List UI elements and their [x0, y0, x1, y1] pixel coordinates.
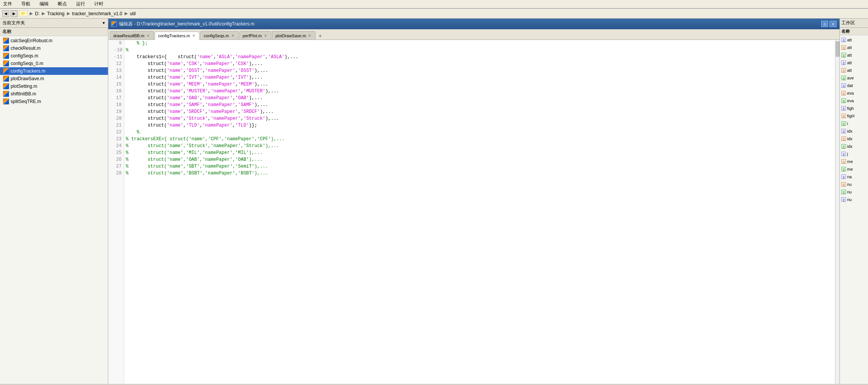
right-sidebar-item[interactable]: ()figh [840, 105, 868, 112]
code-token-normal: { [164, 54, 167, 60]
line-numbers: 9−10−11121314151617181920212223242526272… [108, 40, 124, 384]
nav-forward-button[interactable]: ▶ [11, 10, 17, 17]
right-sidebar-item[interactable]: {}att [840, 44, 868, 51]
code-token-normal: , [241, 115, 243, 122]
fold-indicator[interactable]: − [114, 47, 116, 54]
right-item-label: att [847, 60, 852, 65]
right-item-icon: {} [841, 91, 846, 95]
right-sidebar-item[interactable]: {}idx [840, 135, 868, 143]
breadcrumb-d[interactable]: D: [35, 11, 40, 16]
right-item-label: na [847, 174, 852, 179]
tab-close-icon[interactable]: ✕ [146, 33, 150, 38]
code-token-string: 'name' [167, 81, 183, 88]
code-token-normal: struct( [148, 88, 167, 95]
right-sidebar-item[interactable]: ()dat [840, 82, 868, 89]
tab-configseqs[interactable]: configSeqs.m ✕ [200, 31, 239, 40]
editor-close-button[interactable]: ✕ [830, 21, 836, 27]
sidebar-collapse-icon[interactable]: ▼ [102, 21, 106, 25]
right-sidebar-item[interactable]: ()att [840, 59, 868, 67]
tab-perfplot[interactable]: perfPlot.m ✕ [239, 31, 271, 40]
right-sidebar-item[interactable]: []me [840, 165, 868, 173]
right-sidebar-item[interactable]: {}me [840, 158, 868, 165]
code-token-string: 'CSK' [235, 60, 249, 67]
right-item-label: me [847, 167, 853, 171]
file-item[interactable]: calcSeqErrRobust.m [0, 37, 108, 44]
fold-indicator[interactable]: − [114, 54, 116, 60]
code-token-string: 'namePaper' [203, 74, 233, 81]
code-token-normal: ),... [249, 74, 263, 81]
code-token-normal: struct( [148, 122, 167, 129]
code-token-normal: , [265, 54, 268, 60]
file-name: shiftInitBB.m [11, 91, 36, 97]
right-sidebar-item[interactable]: []ave [840, 74, 868, 82]
right-sidebar-item[interactable]: ()j [840, 150, 868, 158]
menu-timing[interactable]: 计时 [93, 1, 105, 7]
code-token-comment: % struct('name','SBT','namePaper','SemiT… [126, 163, 268, 170]
right-sidebar-item[interactable]: {}eva [840, 89, 868, 97]
file-item[interactable]: configSeqs.m [0, 52, 108, 60]
tab-close-icon[interactable]: ✕ [231, 33, 235, 38]
code-content[interactable]: % };% trackers1={ struct('name','ASLA','… [124, 40, 835, 384]
code-token-string: 'namePaper' [203, 60, 233, 67]
line-number: 9 [110, 40, 122, 47]
right-item-label: att [847, 53, 852, 57]
code-token-normal: , [208, 88, 211, 95]
menu-edit[interactable]: 编辑 [38, 1, 50, 7]
code-token-normal: , [183, 108, 186, 115]
right-sidebar-item[interactable]: ()nu [840, 196, 868, 203]
code-token-string: 'name' [167, 88, 183, 95]
code-token-normal: ),... [249, 60, 263, 67]
right-sidebar: 工作区 名称 ()att{}att[]att()att{}att[]ave()d… [839, 19, 868, 384]
file-item[interactable]: plotDrawSave.m [0, 75, 108, 82]
tab-drawresultbb[interactable]: drawResultBB.m ✕ [110, 31, 154, 40]
tab-add-button[interactable]: + [316, 32, 324, 40]
code-token-normal: , [200, 60, 202, 67]
tab-close-icon[interactable]: ✕ [307, 33, 312, 38]
breadcrumb-tracking[interactable]: Tracking [47, 11, 65, 16]
code-token-string: 'MEEM' [238, 81, 254, 88]
code-line: struct('name','OAB','namePaper','OAB'),.… [126, 95, 833, 101]
menu-run[interactable]: 运行 [74, 1, 87, 7]
scrollbar-y[interactable] [835, 40, 839, 384]
nav-back-button[interactable]: ◀ [2, 10, 9, 17]
scrollbar-thumb[interactable] [836, 41, 839, 57]
right-item-icon: () [841, 83, 846, 88]
right-sidebar-item[interactable]: ()att [840, 36, 868, 44]
menu-nav[interactable]: 导航 [20, 1, 32, 7]
right-sidebar-item[interactable]: {}att [840, 67, 868, 74]
file-item[interactable]: shiftInitBB.m [0, 90, 108, 98]
right-sidebar-item[interactable]: []idx [840, 143, 868, 150]
code-line: struct('name','CSK','namePaper','CSK'),.… [126, 60, 833, 67]
file-item[interactable]: plotSetting.m [0, 82, 108, 90]
tab-close-icon[interactable]: ✕ [263, 33, 268, 38]
editor-minimize-button[interactable]: ⊙ [821, 21, 828, 27]
file-item[interactable]: configSeqs_0.m [0, 60, 108, 67]
tab-label: drawResultBB.m [113, 33, 144, 38]
right-item-label: eva [847, 91, 854, 95]
tab-plotdrawsave[interactable]: plotDrawSave.m ✕ [272, 31, 316, 40]
right-sidebar-item[interactable]: []att [840, 51, 868, 59]
code-token-string: 'name' [167, 95, 183, 101]
code-token-string: 'ASLA' [216, 54, 233, 60]
right-sidebar-item[interactable]: []nu [840, 188, 868, 196]
right-sidebar-item[interactable]: {}nu [840, 181, 868, 188]
file-item[interactable]: splitSeqTRE.m [0, 98, 108, 105]
right-sidebar-item[interactable]: []i [840, 120, 868, 127]
breadcrumb-util[interactable]: util [130, 11, 136, 16]
code-token-string: 'CSK' [186, 60, 200, 67]
right-sidebar-item[interactable]: {}figH [840, 112, 868, 120]
line-number: 24 [110, 143, 122, 149]
menu-file[interactable]: 文件 [2, 1, 14, 7]
right-sidebar-item[interactable]: []eva [840, 97, 868, 105]
menu-breakpoint[interactable]: 断点 [56, 1, 68, 7]
file-item[interactable]: checkResult.m [0, 44, 108, 52]
code-token-string: 'MUSTER' [244, 88, 266, 95]
file-item-active[interactable]: configTrackers.m [0, 67, 108, 75]
right-sidebar-item[interactable]: ()na [840, 173, 868, 181]
breadcrumb-benchmark[interactable]: tracker_benchmark_v1.0 [72, 11, 122, 16]
tab-close-icon[interactable]: ✕ [192, 33, 196, 38]
right-sidebar-item[interactable]: ()idx [840, 127, 868, 135]
tab-configtrackers[interactable]: configTrackers.m ✕ [155, 32, 200, 40]
file-name: configSeqs_0.m [11, 61, 43, 66]
code-token-string: 'namePaper' [205, 101, 235, 108]
